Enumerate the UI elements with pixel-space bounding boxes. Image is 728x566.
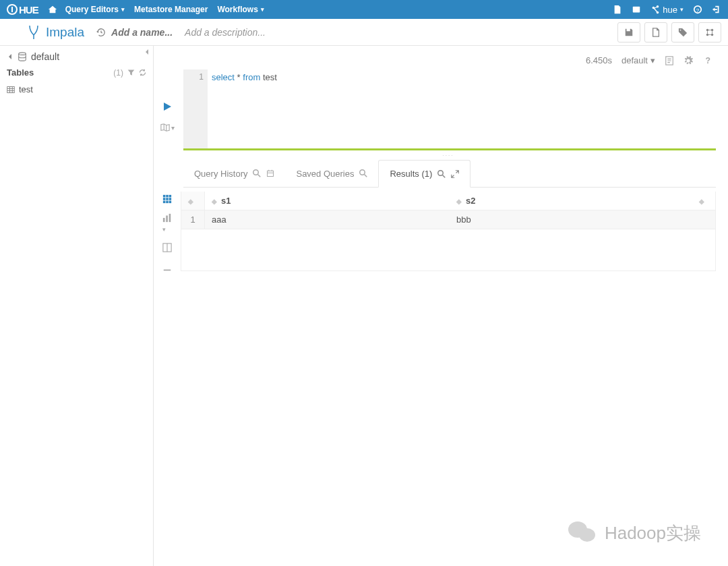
svg-rect-2 [633,7,640,13]
hue-logo[interactable]: HUE [7,4,38,16]
svg-text:?: ? [696,7,700,13]
gear-icon[interactable] [684,56,693,65]
database-dropdown[interactable]: default▾ [621,55,655,65]
app-title: Impala [46,25,84,40]
add-name-input[interactable]: Add a name... [111,27,173,38]
collapse-sidebar-icon[interactable] [144,49,150,55]
column-header-sortend[interactable]: ◆ [692,192,715,210]
svg-point-9 [706,28,709,31]
database-selector[interactable]: default [7,51,146,62]
result-tabs: Query History Saved Queries Results (1) [183,160,716,188]
column-header-rownum[interactable]: ◆ [181,192,205,210]
svg-rect-1 [11,7,13,12]
svg-rect-22 [166,195,169,198]
svg-rect-29 [169,201,172,204]
run-query-button[interactable] [162,101,173,112]
wechat-icon [568,520,599,546]
help-icon[interactable]: ? [693,5,702,14]
svg-rect-23 [169,195,172,198]
query-elapsed: 6.450s [586,55,612,65]
svg-rect-18 [268,171,274,176]
editor-help-icon[interactable]: ? [702,56,712,65]
resize-handle[interactable]: ∙∙∙∙ [181,150,716,160]
settings-button[interactable] [698,22,721,43]
top-navbar: HUE Query Editors▾ Metastore Manager Wor… [0,0,728,19]
column-header-s2[interactable]: ◆s2 [450,192,692,210]
grid-view-icon[interactable] [162,194,172,204]
impala-icon [27,24,40,40]
svg-rect-28 [166,201,169,204]
svg-rect-24 [163,198,166,200]
docs-icon[interactable] [632,5,641,14]
svg-text:?: ? [705,56,710,65]
new-button[interactable] [644,22,667,43]
home-icon[interactable] [48,5,57,14]
menu-metastore[interactable]: Metastore Manager [134,5,208,14]
svg-point-11 [706,33,709,36]
search-icon [437,170,446,178]
svg-point-8 [680,29,681,30]
database-icon [18,52,27,61]
save-button[interactable] [617,22,640,43]
svg-rect-26 [169,198,172,200]
menu-query-editors[interactable]: Query Editors▾ [65,5,125,14]
database-name: default [31,51,59,62]
svg-point-19 [360,170,365,175]
svg-rect-21 [163,195,166,198]
menu-workflows[interactable]: Workflows▾ [217,5,264,14]
database-sidebar: default Tables (1) test [0,46,154,566]
search-icon [253,169,261,177]
tab-query-history[interactable]: Query History [183,160,285,187]
table-row[interactable]: 1 aaa bbb [181,210,715,229]
svg-rect-25 [166,198,169,200]
svg-rect-14 [7,86,15,92]
add-description-input[interactable]: Add a description... [185,27,266,38]
logout-icon[interactable] [712,5,721,14]
svg-point-17 [253,170,259,175]
download-icon[interactable] [162,262,172,271]
expand-icon[interactable] [451,170,459,178]
user-menu[interactable]: hue▾ [650,5,684,15]
refresh-icon[interactable] [139,69,146,76]
filter-icon[interactable] [127,69,135,76]
search-icon [359,169,367,177]
results-table: ◆ ◆s1 ◆s2 ◆ 1 aaa bbb [181,192,716,271]
svg-rect-30 [163,218,165,222]
svg-rect-27 [163,201,166,204]
table-icon [7,86,15,94]
tab-saved-queries[interactable]: Saved Queries [285,160,378,187]
watermark: Hadoop实操 [568,520,701,546]
svg-point-13 [19,53,26,55]
columns-icon[interactable] [162,243,172,252]
tab-results[interactable]: Results (1) [378,160,471,188]
table-item-test[interactable]: test [7,83,146,96]
new-doc-icon[interactable] [613,5,622,14]
tags-button[interactable] [671,22,694,43]
chart-view-icon[interactable]: ▾ [162,213,172,233]
sql-editor[interactable]: 1 select * from test [183,69,716,150]
history-icon[interactable] [96,28,106,37]
svg-rect-31 [166,216,168,223]
main-area: ▾ 6.450s default▾ ? 1 select * from test… [154,46,728,566]
svg-point-12 [711,33,714,36]
table-count: (1) [113,68,123,78]
svg-rect-32 [169,214,171,222]
svg-point-20 [438,170,444,175]
tables-label: Tables [7,67,34,78]
explain-button[interactable]: ▾ [160,123,175,132]
svg-point-10 [711,28,714,31]
calendar-icon [266,169,274,177]
app-subheader: Impala Add a name... Add a description..… [0,19,728,46]
table-name: test [19,84,33,94]
format-sql-icon[interactable] [665,56,674,65]
column-header-s1[interactable]: ◆s1 [205,192,450,210]
